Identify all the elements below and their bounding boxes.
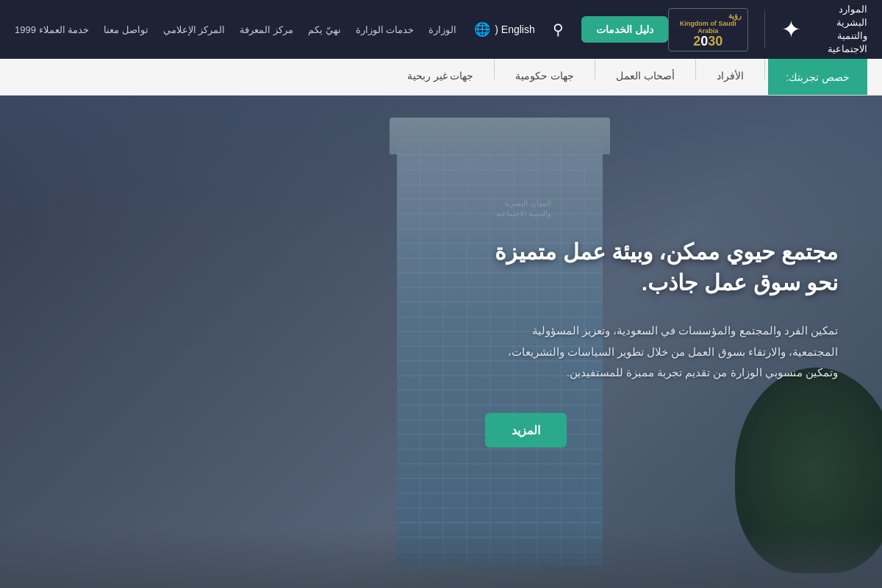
sub-nav-employers[interactable]: أصحاب العمل [598, 59, 692, 95]
sub-nav-separator-4 [494, 59, 495, 79]
hero-more-button[interactable]: المزيد [485, 412, 567, 447]
vision-year: 2030 [693, 35, 723, 48]
lang-text: English ( [495, 24, 534, 35]
sub-nav-separator-1 [764, 59, 765, 79]
nav-customer-service[interactable]: خدمة العملاء 1999 [15, 24, 89, 35]
main-nav: خدمة العملاء 1999 تواصل معنا المركز الإع… [15, 24, 456, 35]
header-left: دليل الخدمات ⚲ English ( 🌐 خدمة العملاء … [15, 16, 668, 43]
header-divider [764, 11, 765, 48]
vision-logo: رؤية Kingdom of Saudi Arabia 2030 [668, 8, 748, 51]
ministry-star-icon: ✦ [781, 15, 801, 43]
sub-nav-customize[interactable]: خصص تجربتك: [768, 59, 867, 95]
ministry-name: الموارد البشرية والتنمية الاجتماعية [810, 3, 867, 57]
hero-section: الموارد البشرية والتنمية الاجتماعية مجتم… [0, 96, 882, 588]
nav-knowledge-center[interactable]: مركز المعرفة [240, 24, 293, 35]
nav-media-center[interactable]: المركز الإعلامي [163, 24, 226, 35]
sub-nav-government[interactable]: جهات حكومية [498, 59, 592, 95]
hero-description: تمكين الفرد والمجتمع والمؤسسات في السعود… [485, 320, 838, 384]
globe-icon: 🌐 [474, 21, 490, 37]
sub-navigation: خصص تجربتك: الأفراد أصحاب العمل جهات حكو… [0, 59, 882, 96]
sub-nav-individuals[interactable]: الأفراد [699, 59, 761, 95]
hero-title: مجتمع حيوي ممكن، وبيئة عمل متميزة نحو سو… [485, 237, 838, 298]
nav-help[interactable]: نهيّ يكم [308, 24, 341, 35]
nav-ministry-services[interactable]: خدمات الوزارة [356, 24, 415, 35]
search-icon[interactable]: ⚲ [553, 21, 564, 38]
main-header: الموارد البشرية والتنمية الاجتماعية ✦ رؤ… [0, 0, 882, 59]
language-switcher[interactable]: English ( 🌐 [474, 21, 534, 37]
services-guide-button[interactable]: دليل الخدمات [581, 16, 668, 43]
hero-content: مجتمع حيوي ممكن، وبيئة عمل متميزة نحو سو… [485, 237, 838, 448]
ground-overlay [0, 529, 882, 588]
nav-contact[interactable]: تواصل معنا [104, 24, 148, 35]
ministry-logo: الموارد البشرية والتنمية الاجتماعية ✦ [781, 3, 867, 57]
sub-nav-nonprofit[interactable]: جهات غير ربحية [390, 59, 492, 95]
header-right: الموارد البشرية والتنمية الاجتماعية ✦ رؤ… [668, 3, 867, 57]
nav-ministry[interactable]: الوزارة [429, 24, 456, 35]
sub-nav-separator-3 [595, 59, 595, 79]
sub-nav-separator-2 [695, 59, 696, 79]
vision-label: رؤية Kingdom of Saudi Arabia [675, 12, 742, 35]
